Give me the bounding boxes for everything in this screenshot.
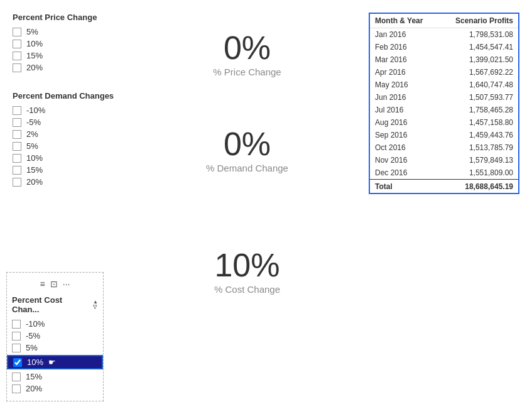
price-label-20: 20% xyxy=(26,63,43,72)
demand-checkbox-5[interactable] xyxy=(13,142,21,151)
total-value: 18,688,645.19 xyxy=(438,180,519,194)
cost-checkbox-20[interactable] xyxy=(12,384,21,393)
price-checkbox-10[interactable] xyxy=(13,40,21,48)
row-profit-6: 1,758,465.28 xyxy=(438,104,519,116)
demand-label-15: 15% xyxy=(26,165,43,175)
demand-label-n10: -10% xyxy=(26,106,45,115)
row-profit-11: 1,551,809.00 xyxy=(438,166,519,180)
row-month-10: Nov 2016 xyxy=(369,154,438,166)
right-panel: Month & Year Scenario Profits Jan 2016 1… xyxy=(369,13,519,401)
table-row: Aug 2016 1,457,158.80 xyxy=(369,116,519,129)
total-label: Total xyxy=(369,180,438,194)
row-month-2: Mar 2016 xyxy=(369,53,438,66)
demand-section-label: Percent Demand Changes xyxy=(13,91,126,101)
cost-change-display: 10% % Cost Change xyxy=(214,249,280,295)
row-month-4: May 2016 xyxy=(369,79,438,91)
row-month-1: Feb 2016 xyxy=(369,41,438,53)
row-profit-1: 1,454,547.41 xyxy=(438,41,519,53)
table-row: Apr 2016 1,567,692.22 xyxy=(369,66,519,79)
scenario-table: Month & Year Scenario Profits Jan 2016 1… xyxy=(369,13,519,194)
cost-change-value: 10% xyxy=(214,249,280,281)
cost-option-5[interactable]: 5% xyxy=(12,343,98,352)
price-checkbox-20[interactable] xyxy=(13,63,21,72)
cost-checkbox-15[interactable] xyxy=(12,373,21,381)
cost-checkbox-n5[interactable] xyxy=(12,332,21,340)
cost-option-n10[interactable]: -10% xyxy=(12,319,98,329)
row-profit-7: 1,457,158.80 xyxy=(438,116,519,129)
demand-option-5[interactable]: 5% xyxy=(13,141,126,151)
table-row: Oct 2016 1,513,785.79 xyxy=(369,141,519,154)
demand-label-2: 2% xyxy=(26,129,38,139)
lines-icon[interactable]: ≡ xyxy=(40,279,45,289)
cost-checkbox-n10[interactable] xyxy=(12,320,21,329)
table-row: Mar 2016 1,399,021.50 xyxy=(369,53,519,66)
table-row: Nov 2016 1,579,849.13 xyxy=(369,154,519,166)
demand-option-n5[interactable]: -5% xyxy=(13,117,126,127)
cost-checkbox-5[interactable] xyxy=(12,344,21,352)
floating-toolbar: ≡ ⊡ ··· xyxy=(7,278,103,293)
price-change-label: % Price Change xyxy=(213,67,281,77)
row-profit-4: 1,640,747.48 xyxy=(438,79,519,91)
cost-label-5: 5% xyxy=(26,343,38,352)
table-row: Sep 2016 1,459,443.76 xyxy=(369,129,519,141)
table-row: Dec 2016 1,551,809.00 xyxy=(369,166,519,180)
row-month-8: Sep 2016 xyxy=(369,129,438,141)
middle-panel: 0% % Price Change 0% % Demand Change 10%… xyxy=(126,13,369,401)
price-change-display: 0% % Price Change xyxy=(213,31,281,77)
cost-label-n5: -5% xyxy=(26,331,40,340)
table-row: Feb 2016 1,454,547.41 xyxy=(369,41,519,53)
demand-checkbox-10[interactable] xyxy=(13,154,21,163)
cost-section-header: Percent Cost Chan... ▲ ▽ xyxy=(7,293,103,317)
demand-label-10: 10% xyxy=(26,153,43,163)
cost-checkbox-10[interactable] xyxy=(13,358,22,367)
table-row: May 2016 1,640,747.48 xyxy=(369,79,519,91)
price-option-5[interactable]: 5% xyxy=(13,27,126,36)
price-checkbox-5[interactable] xyxy=(13,28,21,36)
table-col1-header: Month & Year xyxy=(369,13,438,28)
price-label-10: 10% xyxy=(26,39,43,48)
price-checkbox-group: 5% 10% 15% 20% xyxy=(13,27,126,72)
demand-label-n5: -5% xyxy=(26,117,41,127)
cost-label-10: 10% xyxy=(27,357,43,367)
more-icon[interactable]: ··· xyxy=(63,279,70,289)
sort-icons[interactable]: ▲ ▽ xyxy=(93,300,98,310)
cost-section-label: Percent Cost Chan... xyxy=(12,295,90,314)
row-month-0: Jan 2016 xyxy=(369,28,438,41)
demand-option-10[interactable]: 10% xyxy=(13,153,126,163)
cost-option-n5[interactable]: -5% xyxy=(12,331,98,340)
price-checkbox-15[interactable] xyxy=(13,52,21,60)
row-month-11: Dec 2016 xyxy=(369,166,438,180)
row-month-3: Apr 2016 xyxy=(369,66,438,79)
demand-change-display: 0% % Demand Change xyxy=(206,128,288,173)
demand-checkbox-n10[interactable] xyxy=(13,106,21,115)
price-option-15[interactable]: 15% xyxy=(13,51,126,60)
table-row: Jan 2016 1,798,531.08 xyxy=(369,28,519,41)
price-option-20[interactable]: 20% xyxy=(13,63,126,72)
row-month-7: Aug 2016 xyxy=(369,116,438,129)
demand-option-n10[interactable]: -10% xyxy=(13,106,126,115)
demand-checkbox-group: -10% -5% 2% 5% 10% 15% xyxy=(13,106,126,187)
price-change-value: 0% xyxy=(224,31,271,64)
demand-option-2[interactable]: 2% xyxy=(13,129,126,139)
demand-checkbox-20[interactable] xyxy=(13,178,21,187)
demand-checkbox-2[interactable] xyxy=(13,130,21,139)
row-month-6: Jul 2016 xyxy=(369,104,438,116)
cost-option-15[interactable]: 15% xyxy=(12,372,98,381)
price-option-10[interactable]: 10% xyxy=(13,39,126,48)
cursor-icon: ☛ xyxy=(48,357,56,367)
row-profit-2: 1,399,021.50 xyxy=(438,53,519,66)
row-profit-5: 1,507,593.77 xyxy=(438,91,519,104)
demand-option-15[interactable]: 15% xyxy=(13,165,126,175)
demand-option-20[interactable]: 20% xyxy=(13,177,126,187)
grid-icon[interactable]: ⊡ xyxy=(50,279,58,289)
demand-checkbox-15[interactable] xyxy=(13,166,21,175)
demand-checkbox-n5[interactable] xyxy=(13,118,21,127)
floating-cost-panel: ≡ ⊡ ··· Percent Cost Chan... ▲ ▽ -10% -5… xyxy=(6,272,104,401)
cost-label-15: 15% xyxy=(26,372,42,381)
cost-option-10-highlighted[interactable]: 10% ☛ xyxy=(7,355,103,369)
cost-checkbox-group-bottom: 15% 20% xyxy=(7,369,103,396)
cost-option-20[interactable]: 20% xyxy=(12,384,98,393)
row-profit-3: 1,567,692.22 xyxy=(438,66,519,79)
row-profit-0: 1,798,531.08 xyxy=(438,28,519,41)
cost-label-20: 20% xyxy=(26,384,42,393)
